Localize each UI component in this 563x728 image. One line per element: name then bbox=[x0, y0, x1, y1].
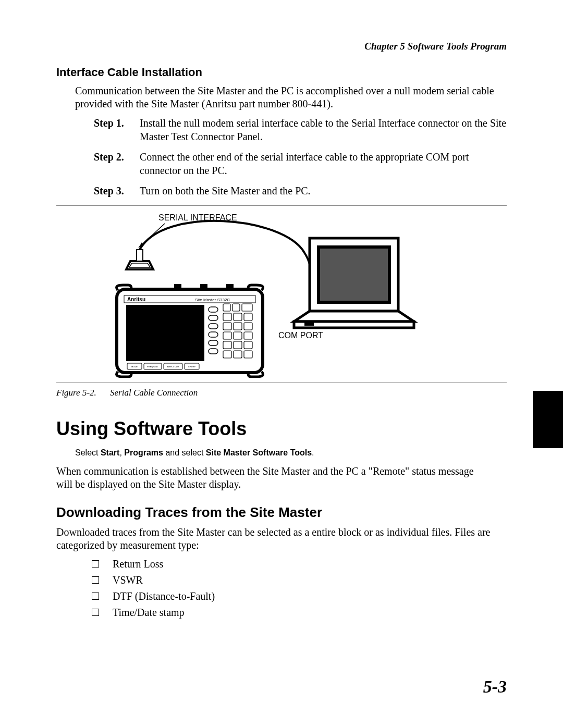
svg-rect-31 bbox=[234, 313, 242, 320]
section3-intro: Downloaded traces from the Site Master c… bbox=[56, 526, 507, 552]
step-text: Connect the other end of the serial inte… bbox=[136, 151, 507, 177]
bullet-item: DTF (Distance-to-Fault) bbox=[92, 590, 507, 602]
bullet-list: Return Loss VSWR DTF (Distance-to-Fault)… bbox=[92, 558, 507, 619]
step-row: Step 2. Connect the other end of the ser… bbox=[75, 151, 507, 177]
svg-rect-41 bbox=[244, 341, 252, 349]
svg-rect-47 bbox=[320, 249, 388, 301]
svg-rect-30 bbox=[223, 313, 231, 320]
figure-caption: Figure 5-2. Serial Cable Connection bbox=[56, 388, 507, 398]
svg-marker-48 bbox=[294, 311, 414, 322]
step-label: Step 1. bbox=[75, 117, 136, 130]
svg-rect-4 bbox=[137, 250, 143, 261]
checkbox-icon bbox=[92, 609, 99, 616]
menu-start: Start bbox=[101, 448, 119, 457]
step-label: Step 2. bbox=[75, 151, 136, 164]
page: Chapter 5 Software Tools Program Interfa… bbox=[0, 0, 563, 728]
menu-programs: Programs bbox=[124, 448, 163, 457]
svg-rect-36 bbox=[223, 332, 231, 339]
checkbox-icon bbox=[92, 593, 99, 600]
checkbox-icon bbox=[92, 560, 99, 567]
svg-rect-43 bbox=[234, 351, 242, 358]
svg-rect-8 bbox=[226, 284, 234, 289]
bullet-text: Return Loss bbox=[113, 558, 163, 570]
bullet-item: Return Loss bbox=[92, 558, 507, 570]
step-row: Step 3. Turn on both the Site Master and… bbox=[75, 184, 507, 198]
figure-rule-bottom bbox=[56, 382, 507, 382]
svg-rect-22 bbox=[209, 315, 218, 320]
heading-downloading-traces: Downloading Traces from the Site Master bbox=[56, 504, 507, 521]
svg-rect-23 bbox=[209, 324, 218, 329]
site-master-device-icon: Anritsu Site Master S332C MODE FREQ/DIST… bbox=[117, 284, 263, 377]
checkbox-icon bbox=[92, 576, 99, 584]
svg-rect-26 bbox=[209, 349, 218, 354]
serial-connector-icon bbox=[126, 250, 153, 269]
svg-rect-32 bbox=[244, 313, 252, 320]
bullet-text: DTF (Distance-to-Fault) bbox=[113, 590, 215, 602]
bullet-item: VSWR bbox=[92, 574, 507, 586]
svg-text:Anritsu: Anritsu bbox=[127, 297, 145, 302]
svg-rect-40 bbox=[234, 341, 242, 349]
svg-rect-25 bbox=[209, 340, 218, 346]
bullet-text: Time/Date stamp bbox=[113, 607, 185, 619]
menu-text: and select bbox=[163, 448, 206, 457]
figure-caption-number: Figure 5-2. bbox=[56, 388, 96, 398]
svg-rect-33 bbox=[223, 323, 231, 330]
svg-rect-37 bbox=[234, 332, 242, 339]
svg-rect-38 bbox=[244, 332, 252, 339]
svg-rect-44 bbox=[244, 351, 252, 358]
section1-body: Communication between the Site Master an… bbox=[75, 84, 507, 198]
svg-rect-7 bbox=[200, 284, 207, 289]
section2-para: When communication is established betwee… bbox=[56, 465, 475, 491]
svg-text:AMPLITUDE: AMPLITUDE bbox=[167, 365, 179, 368]
bullet-item: Time/Date stamp bbox=[92, 607, 507, 619]
figure-5-2: SERIAL INTERFACE bbox=[56, 205, 507, 398]
menu-instruction: Select Start, Programs and select Site M… bbox=[75, 448, 507, 458]
step-label: Step 3. bbox=[75, 184, 136, 198]
menu-text: Select bbox=[75, 448, 101, 457]
svg-rect-12 bbox=[126, 305, 204, 361]
chapter-thumb-tab bbox=[533, 391, 563, 448]
svg-rect-42 bbox=[223, 351, 231, 358]
svg-text:MODE: MODE bbox=[131, 365, 138, 368]
svg-text:SWEEP: SWEEP bbox=[188, 365, 196, 368]
figure-rule-top bbox=[56, 205, 507, 206]
svg-rect-21 bbox=[209, 307, 218, 312]
svg-rect-39 bbox=[223, 341, 231, 349]
step-row: Step 1. Install the null modem serial in… bbox=[75, 117, 507, 143]
figure-caption-text: Serial Cable Connection bbox=[110, 388, 198, 398]
page-number: 5-3 bbox=[483, 677, 507, 697]
svg-rect-50 bbox=[304, 323, 314, 326]
steps-list: Step 1. Install the null modem serial in… bbox=[75, 117, 507, 198]
svg-rect-29 bbox=[242, 304, 252, 311]
laptop-icon bbox=[294, 238, 414, 328]
svg-text:FREQ/DIST: FREQ/DIST bbox=[147, 365, 158, 368]
menu-text: , bbox=[119, 448, 124, 457]
bullet-text: VSWR bbox=[113, 574, 143, 586]
svg-rect-6 bbox=[174, 284, 181, 289]
svg-rect-28 bbox=[232, 304, 240, 311]
svg-rect-35 bbox=[244, 323, 252, 330]
step-text: Turn on both the Site Master and the PC. bbox=[136, 184, 507, 198]
svg-text:Site Master S332C: Site Master S332C bbox=[195, 298, 230, 302]
com-port-label: COM PORT bbox=[278, 331, 323, 340]
step-text: Install the null modem serial interface … bbox=[136, 117, 507, 143]
section1-intro: Communication between the Site Master an… bbox=[75, 84, 507, 110]
svg-rect-24 bbox=[209, 332, 218, 337]
section-heading-interface-cable: Interface Cable Installation bbox=[56, 66, 507, 79]
menu-text: . bbox=[312, 448, 314, 457]
running-head: Chapter 5 Software Tools Program bbox=[56, 41, 507, 52]
svg-rect-27 bbox=[223, 304, 230, 311]
figure-illustration: SERIAL INTERFACE bbox=[85, 211, 419, 378]
heading-using-software-tools: Using Software Tools bbox=[56, 418, 507, 440]
menu-app-name: Site Master Software Tools bbox=[206, 448, 312, 457]
svg-rect-34 bbox=[234, 323, 242, 330]
